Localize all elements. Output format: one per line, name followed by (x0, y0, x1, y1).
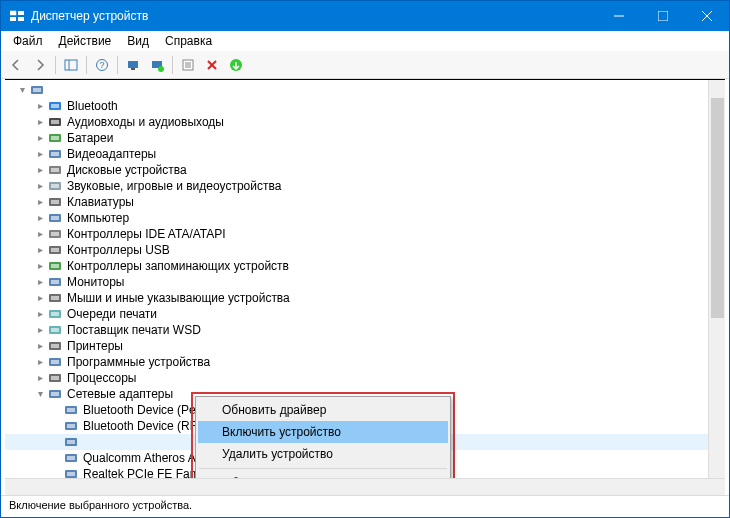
tree-category[interactable]: ▸ Bluetooth (5, 98, 725, 114)
usb-icon (47, 242, 63, 258)
tree-root[interactable]: ▾ (5, 82, 725, 98)
tree-category-label: Батареи (67, 130, 113, 146)
svg-rect-36 (51, 184, 59, 188)
menu-view[interactable]: Вид (119, 33, 157, 49)
svg-rect-30 (51, 136, 59, 140)
uninstall-button[interactable] (201, 54, 223, 76)
ctx-update-driver[interactable]: Обновить драйвер (198, 399, 448, 421)
svg-rect-44 (51, 248, 59, 252)
tree-category[interactable]: ▸ Клавиатуры (5, 194, 725, 210)
context-menu: Обновить драйвер Включить устройство Уда… (195, 396, 451, 478)
scan-hardware-2-button[interactable] (146, 54, 168, 76)
tree-category-label: Звуковые, игровые и видеоустройства (67, 178, 281, 194)
forward-button[interactable] (29, 54, 51, 76)
titlebar: Диспетчер устройств (1, 1, 729, 31)
expander-icon[interactable]: ▸ (33, 163, 47, 177)
tree-category[interactable]: ▸ Программные устройства (5, 354, 725, 370)
expander-icon[interactable]: ▸ (33, 243, 47, 257)
expander-spacer (49, 403, 63, 417)
expander-icon[interactable]: ▸ (33, 115, 47, 129)
svg-rect-60 (51, 376, 59, 380)
expander-icon[interactable]: ▸ (33, 307, 47, 321)
svg-rect-52 (51, 312, 59, 316)
tree-category[interactable]: ▸ Дисковые устройства (5, 162, 725, 178)
tree-category[interactable]: ▸ Аудиовходы и аудиовыходы (5, 114, 725, 130)
soft-icon (47, 354, 63, 370)
svg-rect-2 (10, 17, 16, 21)
tree-category[interactable]: ▸ Поставщик печати WSD (5, 322, 725, 338)
vertical-scrollbar[interactable] (708, 80, 725, 478)
expander-icon[interactable]: ▸ (33, 371, 47, 385)
tree-category[interactable]: ▸ Очереди печати (5, 306, 725, 322)
printq-icon (47, 322, 63, 338)
expander-icon[interactable]: ▸ (33, 179, 47, 193)
svg-rect-56 (51, 344, 59, 348)
tree-category[interactable]: ▸ Принтеры (5, 338, 725, 354)
back-button[interactable] (5, 54, 27, 76)
tree-category[interactable]: ▸ Мониторы (5, 274, 725, 290)
svg-rect-62 (51, 392, 59, 396)
scrollbar-thumb[interactable] (711, 98, 724, 318)
svg-rect-54 (51, 328, 59, 332)
tree-category[interactable]: ▸ Батареи (5, 130, 725, 146)
expander-icon[interactable]: ▸ (33, 227, 47, 241)
horizontal-scrollbar[interactable] (5, 478, 725, 495)
svg-point-15 (158, 66, 164, 72)
expander-icon[interactable]: ▸ (33, 323, 47, 337)
scan-hardware-button[interactable] (122, 54, 144, 76)
battery-icon (47, 130, 63, 146)
ctx-remove-device[interactable]: Удалить устройство (198, 443, 448, 465)
ctx-scan-hardware[interactable]: Обновить конфигурацию оборудования (198, 472, 448, 478)
tree-category[interactable]: ▸ Контроллеры USB (5, 242, 725, 258)
tree-category[interactable]: ▸ Мыши и иные указывающие устройства (5, 290, 725, 306)
context-menu-highlight: Обновить драйвер Включить устройство Уда… (191, 392, 455, 478)
expander-icon[interactable]: ▸ (33, 339, 47, 353)
expander-icon[interactable]: ▸ (33, 259, 47, 273)
expander-icon[interactable]: ▸ (33, 275, 47, 289)
expander-icon[interactable]: ▾ (33, 387, 47, 401)
expander-icon[interactable]: ▸ (33, 291, 47, 305)
minimize-button[interactable] (597, 1, 641, 31)
properties-button[interactable] (177, 54, 199, 76)
tree-category[interactable]: ▸ Процессоры (5, 370, 725, 386)
tree-category[interactable]: ▸ Компьютер (5, 210, 725, 226)
svg-rect-48 (51, 280, 59, 284)
svg-rect-0 (10, 11, 16, 15)
tree-category-label: Клавиатуры (67, 194, 134, 210)
content-area: ▾ ▸ Bluetooth ▸ Аудиовходы и аудиовыходы… (5, 79, 725, 478)
expander-spacer (49, 435, 63, 449)
maximize-button[interactable] (641, 1, 685, 31)
svg-rect-68 (67, 440, 75, 444)
menu-file[interactable]: Файл (5, 33, 51, 49)
expander-spacer (49, 451, 63, 465)
ctx-divider (199, 468, 447, 469)
tree-category[interactable]: ▸ Звуковые, игровые и видеоустройства (5, 178, 725, 194)
menu-action[interactable]: Действие (51, 33, 120, 49)
close-button[interactable] (685, 1, 729, 31)
tree-category[interactable]: ▸ Контроллеры IDE ATA/ATAPI (5, 226, 725, 242)
display-icon (47, 146, 63, 162)
tree-category[interactable]: ▸ Видеоадаптеры (5, 146, 725, 162)
bt-icon (47, 98, 63, 114)
expander-icon[interactable]: ▸ (33, 211, 47, 225)
expander-icon[interactable]: ▸ (33, 131, 47, 145)
tree-category-label: Сетевые адаптеры (67, 386, 173, 402)
tree-category-label: Программные устройства (67, 354, 210, 370)
ide-icon (47, 226, 63, 242)
expander-icon[interactable]: ▸ (33, 147, 47, 161)
tree-category-label: Контроллеры USB (67, 242, 170, 258)
svg-rect-50 (51, 296, 59, 300)
enable-button[interactable] (225, 54, 247, 76)
expander-icon[interactable]: ▸ (33, 99, 47, 113)
ctx-enable-device[interactable]: Включить устройство (198, 421, 448, 443)
tree-category[interactable]: ▸ Контроллеры запоминающих устройств (5, 258, 725, 274)
net-icon (63, 450, 79, 466)
expander-icon[interactable]: ▸ (33, 195, 47, 209)
help-button[interactable]: ? (91, 54, 113, 76)
printer-icon (47, 338, 63, 354)
disk-icon (47, 162, 63, 178)
show-hide-tree-button[interactable] (60, 54, 82, 76)
expander-icon[interactable]: ▾ (15, 83, 29, 97)
menu-help[interactable]: Справка (157, 33, 220, 49)
expander-icon[interactable]: ▸ (33, 355, 47, 369)
